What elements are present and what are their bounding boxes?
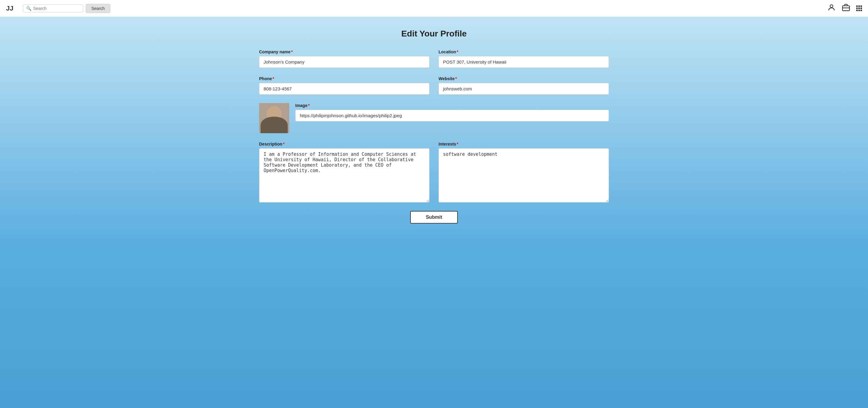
- phone-group: Phone*: [259, 76, 430, 95]
- user-icon[interactable]: [827, 3, 836, 13]
- interests-group: Interests*: [438, 142, 609, 203]
- location-input[interactable]: [438, 56, 609, 68]
- grid-dot: [861, 10, 862, 11]
- grid-dot: [858, 10, 860, 11]
- avatar-image: [259, 103, 289, 133]
- required-star: *: [291, 49, 292, 54]
- submit-wrapper: Submit: [259, 211, 609, 224]
- submit-button[interactable]: Submit: [410, 211, 458, 224]
- required-star: *: [455, 76, 457, 81]
- image-label: Image*: [295, 103, 609, 108]
- required-star: *: [457, 49, 458, 54]
- grid-dot: [858, 5, 860, 7]
- website-label: Website*: [438, 76, 609, 81]
- location-label: Location*: [438, 49, 609, 54]
- grid-dot: [861, 7, 862, 9]
- grid-dot: [861, 5, 862, 7]
- briefcase-icon[interactable]: [842, 3, 850, 13]
- company-name-group: Company name*: [259, 49, 430, 68]
- row-phone-website: Phone* Website*: [259, 76, 609, 95]
- row-description-interests: Description* Interests*: [259, 142, 609, 203]
- avatar: [259, 103, 289, 133]
- interests-textarea[interactable]: [438, 148, 609, 203]
- image-field-wrapper: Image*: [295, 103, 609, 122]
- image-url-input[interactable]: [295, 110, 609, 122]
- navbar: JJ 🔍 Search: [0, 0, 868, 17]
- svg-point-0: [830, 4, 833, 7]
- required-star: *: [457, 142, 458, 146]
- grid-dot: [856, 5, 858, 7]
- phone-input[interactable]: [259, 83, 430, 95]
- required-star: *: [283, 142, 284, 146]
- description-group: Description*: [259, 142, 430, 203]
- phone-label: Phone*: [259, 76, 430, 81]
- search-wrapper: 🔍 Search: [23, 4, 111, 13]
- search-input-container: 🔍: [23, 4, 83, 12]
- search-icon: 🔍: [26, 6, 31, 11]
- app-logo: JJ: [6, 4, 18, 12]
- website-input[interactable]: [438, 83, 609, 95]
- description-label: Description*: [259, 142, 430, 146]
- description-textarea[interactable]: [259, 148, 430, 203]
- navbar-right: [827, 3, 862, 13]
- interests-label: Interests*: [438, 142, 609, 146]
- website-group: Website*: [438, 76, 609, 95]
- location-group: Location*: [438, 49, 609, 68]
- grid-dot: [856, 10, 858, 11]
- search-input[interactable]: [33, 6, 80, 11]
- svg-rect-1: [842, 6, 849, 10]
- edit-profile-form: Company name* Location* Phone*: [259, 49, 609, 224]
- search-button[interactable]: Search: [86, 4, 111, 13]
- main-content: Edit Your Profile Company name* Location…: [253, 17, 615, 242]
- company-name-label: Company name*: [259, 49, 430, 54]
- required-star: *: [308, 103, 309, 108]
- grid-menu-icon[interactable]: [856, 5, 862, 11]
- company-name-input[interactable]: [259, 56, 430, 68]
- page-title: Edit Your Profile: [259, 29, 609, 39]
- row-company-location: Company name* Location*: [259, 49, 609, 68]
- grid-dot: [858, 7, 860, 9]
- required-star: *: [273, 76, 274, 81]
- image-row: Image*: [259, 103, 609, 133]
- grid-dot: [856, 7, 858, 9]
